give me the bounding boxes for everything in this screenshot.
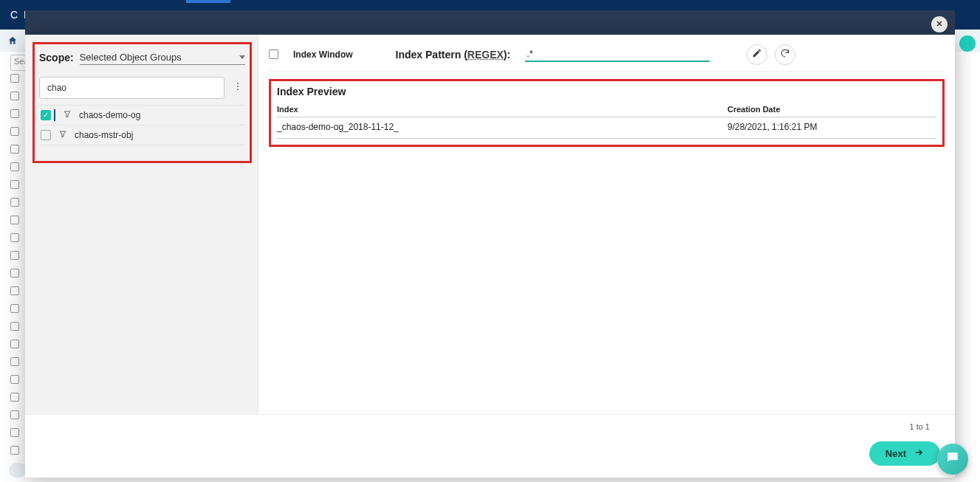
preview-table-header: Index Creation Date [277,102,936,117]
svg-point-0 [237,83,239,84]
edit-pattern-button[interactable] [747,44,767,65]
index-preview-title: Index Preview [277,86,936,97]
filter-icon [63,109,72,122]
object-group-item[interactable]: chaos-demo-og [39,105,245,125]
object-group-label: chaos-demo-og [79,110,140,120]
chevron-down-icon [239,55,245,59]
bg-checkbox[interactable] [10,410,19,419]
svg-point-1 [237,86,239,87]
bg-checkbox[interactable] [10,109,19,118]
regex-link[interactable]: REGEX [467,49,504,61]
scope-menu-button[interactable] [230,81,245,94]
modal-footer: 1 to 1 Next [25,414,955,478]
table-divider [277,138,936,139]
refresh-icon [780,48,790,61]
filter-icon [58,128,67,142]
cell-index: _chaos-demo-og_2018-11-12_ [277,122,727,132]
kebab-icon [233,81,243,94]
pattern-label-suffix: ): [504,49,510,61]
bg-checklist [10,74,19,464]
arrow-right-icon [914,447,924,460]
index-window-checkbox[interactable] [269,49,278,59]
modal-body: Scope: Selected Object Groups [25,35,955,414]
scope-search-row [39,77,245,99]
bg-checkbox[interactable] [10,269,19,278]
preview-table-row: _chaos-demo-og_2018-11-12_ 9/28/2021, 1:… [277,117,936,137]
bg-checkbox[interactable] [10,251,19,260]
bg-checkbox[interactable] [10,304,19,313]
svg-point-2 [237,89,239,90]
close-icon [935,18,944,31]
column-header-index: Index [277,105,727,114]
bg-checkbox[interactable] [10,357,19,366]
home-icon[interactable] [7,35,18,46]
bg-action-pill[interactable] [959,35,976,52]
index-pattern-input[interactable] [525,47,710,62]
modal: Scope: Selected Object Groups [25,35,955,478]
chat-icon [945,450,960,468]
bg-checkbox[interactable] [10,92,19,100]
bg-checkbox[interactable] [10,446,19,455]
bg-checkbox[interactable] [10,127,19,136]
next-button-label: Next [885,448,906,459]
checked-indicator-bar [54,109,55,121]
bg-checkbox[interactable] [10,216,19,224]
bg-checkbox[interactable] [10,180,19,189]
scope-highlight-box: Scope: Selected Object Groups [32,42,252,163]
object-group-checkbox[interactable] [41,130,51,140]
bg-checkbox[interactable] [10,340,19,348]
column-header-date: Creation Date [727,105,936,114]
close-button[interactable] [931,16,948,32]
index-pattern-label: Index Pattern (REGEX): [396,49,511,61]
bg-checkbox[interactable] [10,393,19,402]
scope-select[interactable]: Selected Object Groups [80,50,245,65]
bg-checkbox[interactable] [10,375,19,384]
scope-row: Scope: Selected Object Groups [39,50,245,65]
bg-checkbox[interactable] [10,74,19,83]
cell-date: 9/28/2021, 1:16:21 PM [727,122,936,132]
bg-add-button[interactable] [9,463,27,478]
pattern-row: Index Window Index Pattern (REGEX): [269,42,945,72]
bg-checkbox[interactable] [10,233,19,242]
bg-checkbox[interactable] [10,198,19,207]
next-button[interactable]: Next [869,441,940,466]
modal-header-strip [25,10,955,35]
active-tab-indicator [186,0,230,3]
bg-checkbox[interactable] [10,286,19,295]
object-group-list: chaos-demo-og chaos-mstr-obj [39,105,245,145]
object-group-label: chaos-mstr-obj [75,130,133,140]
object-group-item[interactable]: chaos-mstr-obj [39,125,245,145]
bg-checkbox[interactable] [10,145,19,154]
refresh-preview-button[interactable] [775,44,795,65]
pencil-icon [752,48,762,61]
scope-search-input[interactable] [39,77,225,99]
scope-select-value: Selected Object Groups [80,52,182,63]
index-window-label: Index Window [293,49,353,60]
index-preview-highlight-box: Index Preview Index Creation Date _chaos… [269,79,945,147]
object-group-checkbox[interactable] [41,110,51,120]
bg-checkbox[interactable] [10,162,19,171]
bg-checkbox[interactable] [10,322,19,331]
pagination-range: 1 to 1 [909,422,930,431]
scope-label: Scope: [39,52,74,63]
scope-panel: Scope: Selected Object Groups [25,35,258,414]
bg-checkbox[interactable] [10,428,19,437]
chat-widget-button[interactable] [937,444,968,475]
pattern-label-prefix: Index Pattern ( [396,49,467,61]
index-panel: Index Window Index Pattern (REGEX): [258,35,955,414]
